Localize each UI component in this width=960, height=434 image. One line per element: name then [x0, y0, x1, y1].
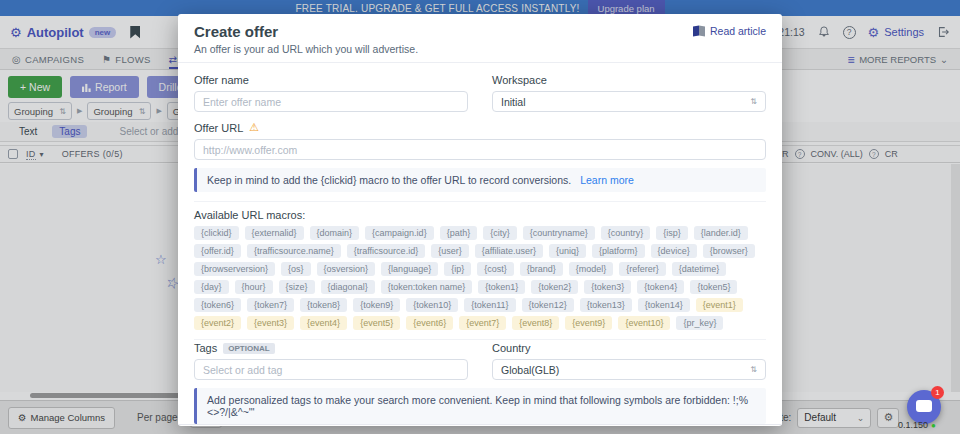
macro-chip[interactable]: {day}	[194, 280, 229, 294]
macro-chip[interactable]: {brand}	[520, 262, 563, 276]
macro-chip[interactable]: {trafficsource.name}	[247, 244, 341, 258]
updown-icon: ⇅	[750, 365, 757, 374]
modal-footer: Cancel Create offer	[178, 424, 782, 434]
macro-chip[interactable]: {diagonal}	[321, 280, 375, 294]
macro-chip[interactable]: {token14}	[638, 298, 690, 312]
version-label: 0.1.150 ●	[898, 420, 936, 430]
macro-chip[interactable]: {token11}	[464, 298, 515, 312]
offer-url-label: Offer URL	[194, 122, 243, 134]
macro-chip[interactable]: {ip}	[444, 262, 471, 276]
macro-chip[interactable]: {model}	[569, 262, 614, 276]
macro-chip[interactable]: {referer}	[619, 262, 666, 276]
macro-chip[interactable]: {campaign.id}	[365, 226, 434, 240]
macro-chip[interactable]: {event3}	[247, 316, 294, 330]
macro-chip[interactable]: {token13}	[580, 298, 632, 312]
workspace-select-value: Initial	[501, 96, 526, 108]
macro-chip[interactable]: {platform}	[592, 244, 645, 258]
offer-name-label: Offer name	[194, 74, 468, 86]
macro-chip[interactable]: {event10}	[618, 316, 670, 330]
macro-chip[interactable]: {cost}	[477, 262, 514, 276]
chat-unread-badge: 1	[931, 386, 944, 399]
modal-subtitle: An offer is your ad URL which you will a…	[194, 43, 766, 55]
chat-widget-button[interactable]: 1	[907, 390, 941, 424]
macro-chip[interactable]: {event1}	[696, 298, 743, 312]
macros-label: Available URL macros:	[194, 209, 766, 221]
macro-chip[interactable]: {token2}	[531, 280, 578, 294]
macro-chip[interactable]: {token:token name}	[381, 280, 473, 294]
macro-chip[interactable]: {token4}	[637, 280, 684, 294]
clickid-note: Keep in mind to add the {clickid} macro …	[194, 168, 766, 192]
version-number: 0.1.150	[898, 420, 928, 430]
read-article-link[interactable]: Read article	[693, 25, 766, 37]
macro-chip[interactable]: {size}	[279, 280, 315, 294]
macro-chip[interactable]: {event6}	[406, 316, 453, 330]
workspace-select[interactable]: Initial ⇅	[492, 91, 766, 112]
macro-chip[interactable]: {clickid}	[194, 226, 239, 240]
macro-chip[interactable]: {affiliate.user}	[475, 244, 543, 258]
macro-chip[interactable]: {token9}	[353, 298, 400, 312]
macro-chip[interactable]: {osversion}	[317, 262, 376, 276]
tags-label: Tags	[194, 342, 217, 354]
chat-icon	[916, 400, 932, 412]
macro-chip[interactable]: {trafficsource.id}	[347, 244, 425, 258]
macro-chips: {clickid}{externalid}{domain}{campaign.i…	[194, 226, 766, 330]
status-dot-icon: ●	[931, 421, 936, 430]
macro-chip[interactable]: {city}	[483, 226, 517, 240]
app-root: FREE TRIAL. UPGRADE & GET FULL ACCESS IN…	[0, 0, 960, 434]
macro-chip[interactable]: {event5}	[353, 316, 400, 330]
create-offer-modal: Create offer An offer is your ad URL whi…	[178, 14, 782, 426]
macro-chip[interactable]: {offer.id}	[194, 244, 241, 258]
country-label: Country	[492, 342, 766, 354]
offer-url-input[interactable]	[194, 139, 766, 160]
updown-icon: ⇅	[750, 97, 757, 106]
clickid-note-text: Keep in mind to add the {clickid} macro …	[207, 174, 571, 186]
macro-chip[interactable]: {event4}	[300, 316, 347, 330]
modal-title: Create offer	[194, 23, 766, 40]
macro-chip[interactable]: {datetime}	[672, 262, 727, 276]
macro-chip[interactable]: {domain}	[310, 226, 360, 240]
macro-chip[interactable]: {country}	[601, 226, 651, 240]
macro-chip[interactable]: {token5}	[690, 280, 737, 294]
optional-badge: OPTIONAL	[223, 343, 274, 354]
macro-chip[interactable]: {token10}	[406, 298, 458, 312]
macros-section: Available URL macros: {clickid}{external…	[194, 201, 766, 330]
macro-chip[interactable]: {language}	[381, 262, 438, 276]
macro-chip[interactable]: {hour}	[235, 280, 273, 294]
macro-chip[interactable]: {lander.id}	[694, 226, 748, 240]
warning-icon: ⚠	[249, 121, 259, 134]
macro-chip[interactable]: {countryname}	[523, 226, 595, 240]
offer-name-input[interactable]	[194, 91, 468, 112]
macro-chip[interactable]: {os}	[281, 262, 311, 276]
macro-chip[interactable]: {pr_key}	[676, 316, 723, 330]
macro-chip[interactable]: {event8}	[512, 316, 559, 330]
macro-chip[interactable]: {externalid}	[245, 226, 304, 240]
tags-input[interactable]	[194, 359, 468, 380]
learn-more-link[interactable]: Learn more	[580, 174, 634, 186]
read-article-label: Read article	[710, 25, 766, 37]
country-select-value: Global(GLB)	[501, 364, 559, 376]
macro-chip[interactable]: {user}	[431, 244, 469, 258]
workspace-label: Workspace	[492, 74, 766, 86]
macro-chip[interactable]: {device}	[651, 244, 697, 258]
macro-chip[interactable]: {token6}	[194, 298, 241, 312]
macro-chip[interactable]: {event2}	[194, 316, 241, 330]
macro-chip[interactable]: {isp}	[656, 226, 688, 240]
modal-body: Offer name Workspace Initial ⇅ Offer URL…	[178, 63, 782, 424]
macro-chip[interactable]: {token8}	[300, 298, 347, 312]
macro-chip[interactable]: {token1}	[478, 280, 525, 294]
macro-chip[interactable]: {uniq}	[549, 244, 586, 258]
macro-chip[interactable]: {token7}	[247, 298, 294, 312]
macro-chip[interactable]: {path}	[440, 226, 478, 240]
country-select[interactable]: Global(GLB) ⇅	[492, 359, 766, 380]
tags-note: Add personalized tags to make your searc…	[194, 388, 766, 424]
macro-chip[interactable]: {browserversion}	[194, 262, 275, 276]
macro-chip[interactable]: {event7}	[459, 316, 506, 330]
book-icon	[693, 26, 705, 36]
macro-chip[interactable]: {token3}	[584, 280, 631, 294]
modal-header: Create offer An offer is your ad URL whi…	[178, 14, 782, 63]
macro-chip[interactable]: {token12}	[522, 298, 574, 312]
macro-chip[interactable]: {event9}	[565, 316, 612, 330]
macro-chip[interactable]: {browser}	[703, 244, 755, 258]
